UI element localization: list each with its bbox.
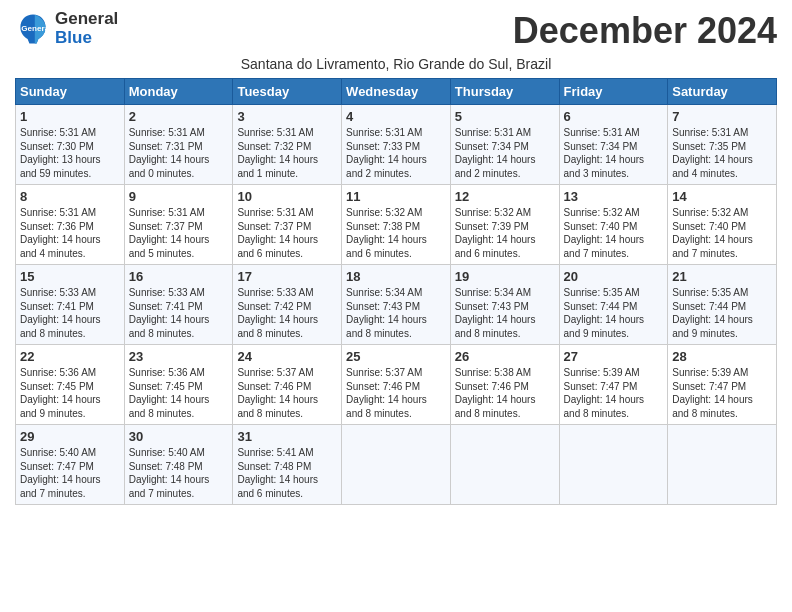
cell-content: Sunrise: 5:36 AMSunset: 7:45 PMDaylight:… bbox=[20, 366, 120, 420]
day-number: 21 bbox=[672, 269, 772, 284]
day-number: 22 bbox=[20, 349, 120, 364]
day-number: 31 bbox=[237, 429, 337, 444]
calendar-cell: 7Sunrise: 5:31 AMSunset: 7:35 PMDaylight… bbox=[668, 105, 777, 185]
day-number: 30 bbox=[129, 429, 229, 444]
cell-content: Sunrise: 5:32 AMSunset: 7:39 PMDaylight:… bbox=[455, 206, 555, 260]
day-number: 28 bbox=[672, 349, 772, 364]
cell-content: Sunrise: 5:37 AMSunset: 7:46 PMDaylight:… bbox=[346, 366, 446, 420]
calendar-cell: 8Sunrise: 5:31 AMSunset: 7:36 PMDaylight… bbox=[16, 185, 125, 265]
dow-header-monday: Monday bbox=[124, 79, 233, 105]
svg-text:General: General bbox=[21, 23, 51, 32]
cell-content: Sunrise: 5:39 AMSunset: 7:47 PMDaylight:… bbox=[564, 366, 664, 420]
calendar-cell: 16Sunrise: 5:33 AMSunset: 7:41 PMDayligh… bbox=[124, 265, 233, 345]
dow-header-thursday: Thursday bbox=[450, 79, 559, 105]
calendar-cell: 19Sunrise: 5:34 AMSunset: 7:43 PMDayligh… bbox=[450, 265, 559, 345]
logo-icon: General bbox=[15, 11, 51, 47]
calendar-cell: 6Sunrise: 5:31 AMSunset: 7:34 PMDaylight… bbox=[559, 105, 668, 185]
day-number: 27 bbox=[564, 349, 664, 364]
day-number: 20 bbox=[564, 269, 664, 284]
cell-content: Sunrise: 5:33 AMSunset: 7:41 PMDaylight:… bbox=[20, 286, 120, 340]
calendar-cell: 9Sunrise: 5:31 AMSunset: 7:37 PMDaylight… bbox=[124, 185, 233, 265]
cell-content: Sunrise: 5:34 AMSunset: 7:43 PMDaylight:… bbox=[455, 286, 555, 340]
calendar-cell: 4Sunrise: 5:31 AMSunset: 7:33 PMDaylight… bbox=[342, 105, 451, 185]
calendar-cell: 15Sunrise: 5:33 AMSunset: 7:41 PMDayligh… bbox=[16, 265, 125, 345]
logo-general-text: General bbox=[55, 10, 118, 29]
cell-content: Sunrise: 5:31 AMSunset: 7:32 PMDaylight:… bbox=[237, 126, 337, 180]
day-number: 10 bbox=[237, 189, 337, 204]
cell-content: Sunrise: 5:31 AMSunset: 7:33 PMDaylight:… bbox=[346, 126, 446, 180]
day-number: 6 bbox=[564, 109, 664, 124]
cell-content: Sunrise: 5:39 AMSunset: 7:47 PMDaylight:… bbox=[672, 366, 772, 420]
day-number: 12 bbox=[455, 189, 555, 204]
calendar-cell: 21Sunrise: 5:35 AMSunset: 7:44 PMDayligh… bbox=[668, 265, 777, 345]
location-subtitle: Santana do Livramento, Rio Grande do Sul… bbox=[15, 56, 777, 72]
day-number: 5 bbox=[455, 109, 555, 124]
calendar-cell: 24Sunrise: 5:37 AMSunset: 7:46 PMDayligh… bbox=[233, 345, 342, 425]
calendar-cell: 29Sunrise: 5:40 AMSunset: 7:47 PMDayligh… bbox=[16, 425, 125, 505]
cell-content: Sunrise: 5:38 AMSunset: 7:46 PMDaylight:… bbox=[455, 366, 555, 420]
day-number: 2 bbox=[129, 109, 229, 124]
calendar-cell: 27Sunrise: 5:39 AMSunset: 7:47 PMDayligh… bbox=[559, 345, 668, 425]
calendar-cell: 12Sunrise: 5:32 AMSunset: 7:39 PMDayligh… bbox=[450, 185, 559, 265]
cell-content: Sunrise: 5:36 AMSunset: 7:45 PMDaylight:… bbox=[129, 366, 229, 420]
dow-header-sunday: Sunday bbox=[16, 79, 125, 105]
cell-content: Sunrise: 5:32 AMSunset: 7:38 PMDaylight:… bbox=[346, 206, 446, 260]
month-title: December 2024 bbox=[513, 10, 777, 52]
cell-content: Sunrise: 5:31 AMSunset: 7:31 PMDaylight:… bbox=[129, 126, 229, 180]
calendar-cell: 14Sunrise: 5:32 AMSunset: 7:40 PMDayligh… bbox=[668, 185, 777, 265]
day-number: 26 bbox=[455, 349, 555, 364]
day-number: 13 bbox=[564, 189, 664, 204]
cell-content: Sunrise: 5:32 AMSunset: 7:40 PMDaylight:… bbox=[672, 206, 772, 260]
page-header: General General Blue December 2024 bbox=[15, 10, 777, 52]
day-number: 24 bbox=[237, 349, 337, 364]
day-number: 14 bbox=[672, 189, 772, 204]
day-number: 17 bbox=[237, 269, 337, 284]
calendar-cell: 17Sunrise: 5:33 AMSunset: 7:42 PMDayligh… bbox=[233, 265, 342, 345]
calendar-cell: 28Sunrise: 5:39 AMSunset: 7:47 PMDayligh… bbox=[668, 345, 777, 425]
calendar-cell: 1Sunrise: 5:31 AMSunset: 7:30 PMDaylight… bbox=[16, 105, 125, 185]
logo: General General Blue bbox=[15, 10, 118, 47]
day-number: 7 bbox=[672, 109, 772, 124]
day-number: 4 bbox=[346, 109, 446, 124]
calendar-cell bbox=[342, 425, 451, 505]
day-number: 9 bbox=[129, 189, 229, 204]
calendar-cell bbox=[450, 425, 559, 505]
calendar-cell: 18Sunrise: 5:34 AMSunset: 7:43 PMDayligh… bbox=[342, 265, 451, 345]
calendar-cell: 11Sunrise: 5:32 AMSunset: 7:38 PMDayligh… bbox=[342, 185, 451, 265]
day-number: 1 bbox=[20, 109, 120, 124]
calendar-cell: 10Sunrise: 5:31 AMSunset: 7:37 PMDayligh… bbox=[233, 185, 342, 265]
dow-header-friday: Friday bbox=[559, 79, 668, 105]
day-number: 15 bbox=[20, 269, 120, 284]
day-number: 11 bbox=[346, 189, 446, 204]
calendar-cell: 30Sunrise: 5:40 AMSunset: 7:48 PMDayligh… bbox=[124, 425, 233, 505]
calendar-cell bbox=[668, 425, 777, 505]
dow-header-wednesday: Wednesday bbox=[342, 79, 451, 105]
cell-content: Sunrise: 5:31 AMSunset: 7:34 PMDaylight:… bbox=[564, 126, 664, 180]
cell-content: Sunrise: 5:33 AMSunset: 7:42 PMDaylight:… bbox=[237, 286, 337, 340]
cell-content: Sunrise: 5:31 AMSunset: 7:34 PMDaylight:… bbox=[455, 126, 555, 180]
cell-content: Sunrise: 5:35 AMSunset: 7:44 PMDaylight:… bbox=[564, 286, 664, 340]
cell-content: Sunrise: 5:37 AMSunset: 7:46 PMDaylight:… bbox=[237, 366, 337, 420]
calendar-cell: 26Sunrise: 5:38 AMSunset: 7:46 PMDayligh… bbox=[450, 345, 559, 425]
cell-content: Sunrise: 5:41 AMSunset: 7:48 PMDaylight:… bbox=[237, 446, 337, 500]
day-number: 19 bbox=[455, 269, 555, 284]
day-number: 25 bbox=[346, 349, 446, 364]
calendar-cell: 13Sunrise: 5:32 AMSunset: 7:40 PMDayligh… bbox=[559, 185, 668, 265]
calendar-cell: 25Sunrise: 5:37 AMSunset: 7:46 PMDayligh… bbox=[342, 345, 451, 425]
cell-content: Sunrise: 5:33 AMSunset: 7:41 PMDaylight:… bbox=[129, 286, 229, 340]
cell-content: Sunrise: 5:31 AMSunset: 7:37 PMDaylight:… bbox=[237, 206, 337, 260]
calendar-cell bbox=[559, 425, 668, 505]
calendar-cell: 2Sunrise: 5:31 AMSunset: 7:31 PMDaylight… bbox=[124, 105, 233, 185]
day-number: 29 bbox=[20, 429, 120, 444]
calendar-cell: 20Sunrise: 5:35 AMSunset: 7:44 PMDayligh… bbox=[559, 265, 668, 345]
calendar-cell: 31Sunrise: 5:41 AMSunset: 7:48 PMDayligh… bbox=[233, 425, 342, 505]
cell-content: Sunrise: 5:31 AMSunset: 7:35 PMDaylight:… bbox=[672, 126, 772, 180]
cell-content: Sunrise: 5:40 AMSunset: 7:48 PMDaylight:… bbox=[129, 446, 229, 500]
day-number: 8 bbox=[20, 189, 120, 204]
calendar-table: SundayMondayTuesdayWednesdayThursdayFrid… bbox=[15, 78, 777, 505]
day-number: 16 bbox=[129, 269, 229, 284]
cell-content: Sunrise: 5:31 AMSunset: 7:36 PMDaylight:… bbox=[20, 206, 120, 260]
calendar-cell: 23Sunrise: 5:36 AMSunset: 7:45 PMDayligh… bbox=[124, 345, 233, 425]
cell-content: Sunrise: 5:31 AMSunset: 7:30 PMDaylight:… bbox=[20, 126, 120, 180]
calendar-cell: 22Sunrise: 5:36 AMSunset: 7:45 PMDayligh… bbox=[16, 345, 125, 425]
